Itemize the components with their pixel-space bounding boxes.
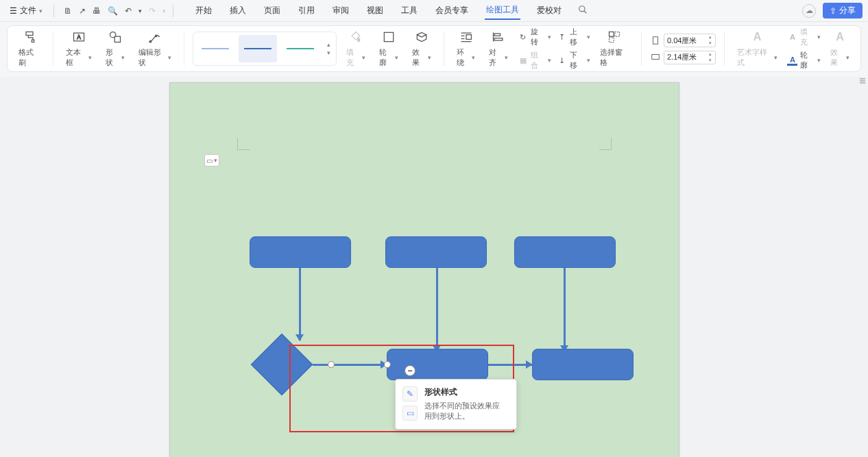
spin-down-icon[interactable]: ▾: [706, 57, 715, 63]
wa-outline-button[interactable]: A 轮廓 ▾: [787, 50, 821, 71]
print-preview-icon[interactable]: 🔍: [108, 6, 118, 16]
share-button[interactable]: ⇪ 分享: [823, 3, 863, 18]
document-canvas[interactable]: ▭▾ − ✎ ▭ 形状样式 选择不同的预设效果应用到形状上。: [0, 77, 868, 457]
svg-rect-10: [384, 32, 393, 41]
chevron-down-icon[interactable]: ▾: [162, 8, 166, 14]
shape-icon: [108, 29, 123, 45]
file-menu[interactable]: ☰ 文件 ▾: [5, 3, 47, 18]
outline-button[interactable]: 轮廓▾: [375, 28, 402, 69]
style-preset-2[interactable]: [239, 35, 277, 62]
ribbon-container: 格式刷 A 文本框▾ 形状▾ 编辑形状▾ ▴▾: [0, 22, 868, 77]
svg-text:A: A: [77, 34, 81, 40]
spin-up-icon[interactable]: ▴: [706, 51, 715, 57]
tab-drawing-tools[interactable]: 绘图工具: [485, 1, 520, 20]
text-box-button[interactable]: A 文本框▾: [62, 28, 96, 69]
svg-point-0: [579, 6, 585, 12]
print-icon[interactable]: 🖶: [93, 6, 101, 16]
chevron-down-icon: ▾: [774, 54, 777, 61]
wrap-button[interactable]: 环绕▾: [453, 28, 480, 69]
margin-corner-tl: [237, 138, 250, 150]
svg-point-8: [149, 40, 152, 42]
undo-icon[interactable]: ↶: [125, 6, 132, 16]
page[interactable]: ▭▾ − ✎ ▭ 形状样式 选择不同的预设效果应用到形状上。: [169, 82, 679, 457]
share-icon: ⇪: [830, 6, 836, 16]
wa-outline-label: 轮廓: [800, 50, 815, 71]
collapse-handle[interactable]: −: [405, 365, 415, 376]
move-down-label: 下移: [570, 50, 584, 71]
edit-shape-button[interactable]: 编辑形状▾: [134, 28, 176, 69]
separator: [173, 5, 173, 17]
ribbon: 格式刷 A 文本框▾ 形状▾ 编辑形状▾ ▴▾: [7, 25, 861, 72]
tab-page[interactable]: 页面: [263, 2, 282, 19]
flowchart-box-5[interactable]: [532, 349, 634, 380]
rotate-label: 旋转: [531, 27, 545, 47]
width-field[interactable]: ▴▾: [650, 50, 716, 64]
wa-effects-button: A 效果▾: [826, 28, 854, 69]
svg-rect-2: [26, 32, 33, 36]
cloud-icon[interactable]: ☁: [802, 4, 816, 18]
layout-options-button[interactable]: ▭▾: [204, 154, 219, 166]
height-field[interactable]: ▴▾: [650, 34, 716, 48]
redo-icon[interactable]: ↷: [149, 6, 156, 16]
move-down-button[interactable]: ⤓ 下移 ▾: [557, 50, 590, 71]
tab-tools[interactable]: 工具: [400, 2, 419, 19]
effects-button[interactable]: 效果▾: [408, 28, 435, 69]
flowchart-box-3[interactable]: [514, 236, 616, 268]
file-label: 文件: [20, 5, 36, 16]
chevron-down-icon: ▾: [39, 8, 43, 14]
edit-shape-label: 编辑形状: [138, 47, 167, 68]
svg-rect-17: [494, 34, 500, 36]
shape-style-tooltip: ✎ ▭ 形状样式 选择不同的预设效果应用到形状上。: [395, 379, 517, 430]
chevron-down-icon: ▾: [472, 54, 475, 61]
style-gallery-more[interactable]: ▴▾: [324, 35, 333, 62]
move-up-label: 上移: [570, 27, 584, 47]
tab-start[interactable]: 开始: [194, 2, 213, 19]
export-icon[interactable]: ↗: [79, 6, 86, 16]
chevron-down-icon: ▾: [214, 157, 217, 164]
chevron-down-icon[interactable]: ▾: [138, 8, 142, 14]
save-icon[interactable]: 🗎: [64, 6, 72, 16]
flowchart-box-2[interactable]: [385, 236, 487, 268]
style-preset-1[interactable]: [196, 35, 234, 62]
tab-view[interactable]: 视图: [365, 2, 385, 19]
search-icon[interactable]: [578, 5, 588, 16]
tab-insert[interactable]: 插入: [228, 2, 248, 19]
chevron-down-icon: ▾: [846, 54, 849, 61]
flowchart-box-1[interactable]: [250, 236, 351, 268]
align-label: 对齐: [489, 47, 503, 68]
selection-pane-button[interactable]: 选择窗格: [596, 28, 633, 69]
format-painter-button[interactable]: 格式刷: [14, 28, 45, 69]
chevron-down-icon: ▾: [587, 34, 590, 40]
wordart-format-stack: A 填充 ▾ A 轮廓 ▾: [787, 27, 821, 71]
align-button[interactable]: 对齐▾: [485, 28, 512, 69]
spin-up-icon[interactable]: ▴: [706, 34, 715, 40]
svg-rect-18: [494, 38, 503, 40]
tab-proofread[interactable]: 爱校对: [535, 2, 563, 19]
spin-down-icon[interactable]: ▾: [706, 40, 715, 47]
rotate-icon: ↻: [518, 32, 528, 42]
effects-icon: [414, 29, 429, 45]
fill-button: 填充▾: [342, 28, 370, 69]
style-preset-3[interactable]: [281, 35, 320, 62]
selection-pane-icon: [607, 29, 622, 45]
arrow-2[interactable]: [436, 268, 438, 351]
move-up-button[interactable]: ⤒ 上移 ▾: [557, 27, 590, 47]
wrap-icon: [459, 29, 474, 45]
ribbon-tabs: 开始 插入 页面 引用 审阅 视图 工具 会员专享 绘图工具 爱校对: [194, 1, 563, 20]
shape-button[interactable]: 形状▾: [101, 28, 129, 69]
tooltip-description: 选择不同的预设效果应用到形状上。: [424, 401, 507, 422]
arrow-3[interactable]: [564, 268, 566, 351]
chevron-down-icon: ▾: [362, 54, 365, 61]
tooltip-title: 形状样式: [424, 386, 507, 398]
group-button: ▦ 组合 ▾: [518, 50, 551, 71]
arrow-1[interactable]: [299, 268, 301, 341]
tab-review[interactable]: 审阅: [331, 2, 350, 19]
rotate-button[interactable]: ↻ 旋转 ▾: [518, 27, 551, 47]
tab-member[interactable]: 会员专享: [434, 2, 470, 19]
vertical-scrollbar[interactable]: [858, 77, 867, 456]
svg-rect-23: [652, 55, 660, 60]
move-up-icon: ⤒: [557, 32, 567, 42]
fill-label: 填充: [346, 47, 361, 68]
chevron-down-icon: ▾: [548, 34, 551, 40]
tab-reference[interactable]: 引用: [297, 2, 316, 19]
